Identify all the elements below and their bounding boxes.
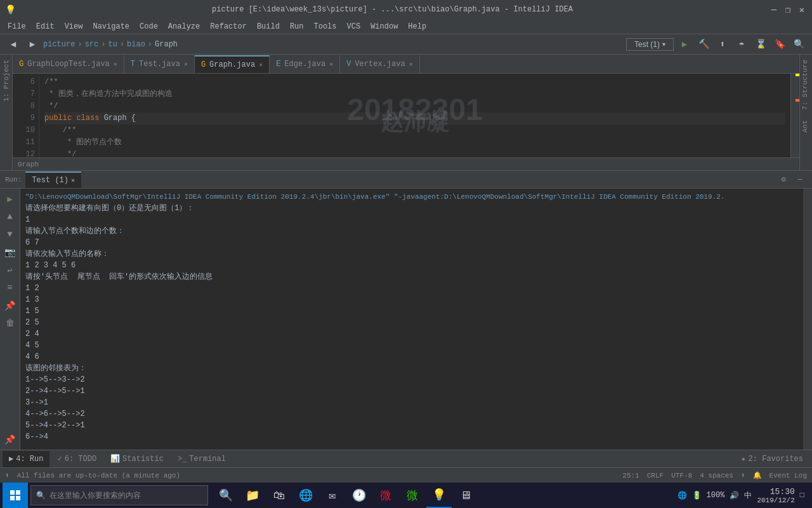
menu-refactor[interactable]: Refactor bbox=[205, 21, 252, 32]
encoding-indicator[interactable]: UTF-8 bbox=[671, 472, 692, 479]
close-tab-graphlooptest[interactable]: ✕ bbox=[114, 60, 117, 68]
scroll-down-icon[interactable]: ▼ bbox=[3, 227, 18, 242]
run-config-button[interactable]: Test (1) ▾ bbox=[626, 38, 674, 51]
console-scrollbar[interactable] bbox=[803, 189, 812, 450]
pin2-icon[interactable]: 📌 bbox=[3, 432, 18, 447]
ant-label[interactable]: Ant bbox=[800, 115, 812, 138]
scroll-up-icon[interactable]: ▲ bbox=[3, 209, 18, 224]
breadcrumb-biao[interactable]: biao bbox=[127, 40, 145, 49]
screenshot-icon[interactable]: 📷 bbox=[3, 244, 18, 260]
deploy-button[interactable]: ⬆ bbox=[714, 36, 731, 53]
console-line-18: 2-->4-->5-->1 bbox=[25, 385, 798, 397]
menu-edit[interactable]: Edit bbox=[31, 21, 60, 32]
taskbar-app-edge[interactable]: 🌐 bbox=[293, 483, 318, 508]
close-tab-graph[interactable]: ✕ bbox=[259, 61, 263, 69]
menu-navigate[interactable]: Navigate bbox=[88, 21, 134, 32]
bookmark-list-button[interactable]: 🔖 bbox=[771, 36, 788, 53]
menu-view[interactable]: View bbox=[60, 21, 88, 32]
indent-indicator[interactable]: 4 spaces bbox=[700, 472, 733, 479]
tool-tab-run[interactable]: ▶ 4: Run bbox=[3, 451, 49, 467]
menu-window[interactable]: Window bbox=[365, 21, 403, 32]
close-tab-vertex[interactable]: ✕ bbox=[409, 60, 413, 68]
taskbar-search[interactable]: 🔍 在这里输入你要搜索的内容 bbox=[30, 485, 208, 505]
tab-graph[interactable]: G Graph.java ✕ bbox=[195, 55, 270, 73]
run-button[interactable]: ▶ bbox=[676, 36, 693, 53]
tool-tab-favorites[interactable]: ★ 2: Favorites bbox=[735, 451, 809, 467]
editor-scrollbar[interactable] bbox=[790, 74, 799, 157]
rerun-button[interactable]: ▶ bbox=[3, 191, 18, 206]
minimize-panel-icon[interactable]: — bbox=[793, 173, 807, 187]
close-tab-test[interactable]: ✕ bbox=[184, 60, 188, 68]
menu-vcs[interactable]: VCS bbox=[342, 21, 366, 32]
taskbar-app-store[interactable]: 🛍 bbox=[266, 483, 292, 508]
ime-icon[interactable]: 中 bbox=[744, 490, 752, 501]
back-button[interactable]: ◀ bbox=[5, 36, 22, 53]
notifications-icon: 🔔 bbox=[753, 471, 762, 479]
coverage-button[interactable]: ☂ bbox=[733, 36, 750, 53]
search-everywhere-button[interactable]: 🔍 bbox=[790, 36, 807, 53]
tool-tab-terminal[interactable]: >_ Terminal bbox=[171, 451, 232, 467]
menu-run[interactable]: Run bbox=[285, 21, 309, 32]
filter-icon[interactable]: ≡ bbox=[3, 280, 18, 295]
taskbar-app-wechat[interactable]: 微 bbox=[400, 483, 425, 508]
run-tab-test1[interactable]: Test (1) ✕ bbox=[25, 171, 81, 188]
svg-rect-0 bbox=[10, 490, 15, 495]
structure-sidebar-label[interactable]: 7: Structure bbox=[800, 55, 812, 115]
line-sep-indicator[interactable]: CRLF bbox=[647, 472, 664, 479]
breadcrumb-picture[interactable]: picture bbox=[43, 40, 75, 49]
app-icon: 💡 bbox=[5, 4, 16, 15]
taskbar-clock[interactable]: 15:30 2019/12/2 bbox=[757, 487, 794, 504]
editor-tabs: G GraphLoopTest.java ✕ T Test.java ✕ G G… bbox=[13, 55, 799, 74]
minimize-button[interactable]: — bbox=[769, 4, 779, 15]
pin-icon[interactable]: 📌 bbox=[3, 298, 18, 313]
menu-analyze[interactable]: Analyze bbox=[163, 21, 205, 32]
bottom-tool-tabs: ▶ 4: Run ✓ 6: TODO 📊 Statistic >_ Termin… bbox=[0, 450, 812, 467]
code-content[interactable]: /** * 图类，在构造方法中完成图的构造 */ public class Gr… bbox=[39, 74, 790, 157]
tab-icon-test: T bbox=[131, 60, 135, 69]
show-desktop-icon[interactable]: □ bbox=[800, 491, 804, 500]
battery-pct: 100% bbox=[707, 491, 725, 500]
network-icon[interactable]: 🌐 bbox=[678, 491, 687, 500]
position-indicator[interactable]: 25:1 bbox=[622, 472, 639, 479]
forward-button[interactable]: ▶ bbox=[24, 36, 41, 53]
taskbar-app-vm[interactable]: 🖥 bbox=[453, 483, 478, 508]
close-tab-edge[interactable]: ✕ bbox=[329, 60, 333, 68]
console-line-15: 4 6 bbox=[25, 351, 798, 363]
breadcrumb-tu[interactable]: tu bbox=[108, 40, 117, 49]
profile-button[interactable]: ⌛ bbox=[752, 36, 769, 53]
taskbar-app-weibo[interactable]: 微 bbox=[373, 483, 398, 508]
clear-icon[interactable]: 🗑 bbox=[3, 316, 18, 331]
code-line-9: public class Graph { bbox=[44, 112, 785, 124]
taskbar-app-intellij[interactable]: 💡 bbox=[426, 483, 452, 508]
project-sidebar: 1: Project bbox=[0, 55, 13, 170]
menu-build[interactable]: Build bbox=[252, 21, 285, 32]
wrap-icon[interactable]: ↩ bbox=[3, 262, 18, 277]
maximize-button[interactable]: ❐ bbox=[783, 4, 793, 15]
taskbar-app-explorer[interactable]: 📁 bbox=[240, 483, 265, 508]
start-button[interactable] bbox=[3, 483, 28, 508]
menu-help[interactable]: Help bbox=[403, 21, 431, 32]
console-output[interactable]: "D:\LenovoQMDownload\SoftMgr\IntelliJ ID… bbox=[20, 189, 803, 450]
tab-test[interactable]: T Test.java ✕ bbox=[124, 55, 195, 73]
taskbar-app-search[interactable]: 🔍 bbox=[213, 483, 239, 508]
close-run-tab[interactable]: ✕ bbox=[71, 177, 75, 184]
menu-code[interactable]: Code bbox=[134, 21, 163, 32]
tool-tab-statistic[interactable]: 📊 Statistic bbox=[104, 451, 170, 467]
taskbar-app-mail[interactable]: ✉ bbox=[320, 483, 345, 508]
breadcrumb-graph[interactable]: Graph bbox=[155, 40, 178, 49]
tab-edge[interactable]: E Edge.java ✕ bbox=[270, 55, 340, 73]
breadcrumb-src[interactable]: src bbox=[85, 40, 99, 49]
settings-icon[interactable]: ⚙ bbox=[776, 173, 790, 187]
tool-tab-todo[interactable]: ✓ 6: TODO bbox=[51, 451, 103, 467]
project-sidebar-label[interactable]: 1: Project bbox=[1, 55, 11, 107]
tab-vertex[interactable]: V Vertex.java ✕ bbox=[340, 55, 419, 73]
taskbar-app-clock[interactable]: 🕐 bbox=[346, 483, 372, 508]
menu-file[interactable]: File bbox=[3, 21, 31, 32]
menu-tools[interactable]: Tools bbox=[309, 21, 342, 32]
volume-icon[interactable]: 🔊 bbox=[730, 491, 739, 500]
event-log[interactable]: Event Log bbox=[769, 472, 807, 479]
tab-graphlooptest[interactable]: G GraphLoopTest.java ✕ bbox=[13, 55, 124, 73]
battery-indicator[interactable]: 🔋 bbox=[692, 491, 702, 500]
close-button[interactable]: ✕ bbox=[797, 4, 807, 15]
build-button[interactable]: 🔨 bbox=[695, 36, 712, 53]
